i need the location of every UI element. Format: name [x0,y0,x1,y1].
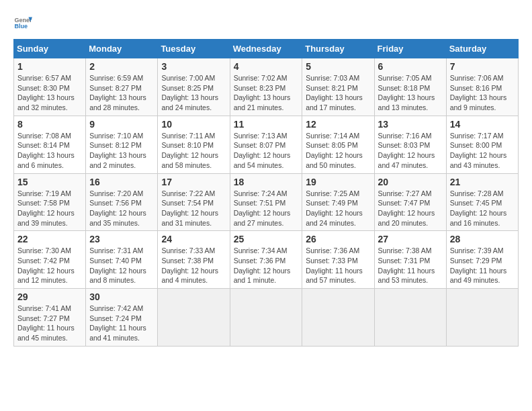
calendar-week-row: 29Sunrise: 7:41 AMSunset: 7:27 PMDayligh… [14,289,519,347]
day-info: Sunrise: 7:42 AMSunset: 7:24 PMDaylight:… [89,304,154,343]
day-info: Sunrise: 7:39 AMSunset: 7:29 PMDaylight:… [450,246,515,285]
day-info: Sunrise: 7:16 AMSunset: 8:03 PMDaylight:… [378,131,443,171]
calendar-week-row: 15Sunrise: 7:19 AMSunset: 7:58 PMDayligh… [14,173,519,231]
day-of-week-header: Monday [86,40,158,58]
calendar-day-cell [230,289,302,347]
day-number: 4 [234,61,299,72]
day-info: Sunrise: 7:20 AMSunset: 7:56 PMDaylight:… [89,189,154,228]
day-number: 27 [378,234,443,244]
calendar-day-cell: 18Sunrise: 7:24 AMSunset: 7:51 PMDayligh… [230,173,302,231]
day-number: 29 [17,291,82,302]
day-info: Sunrise: 7:02 AMSunset: 8:23 PMDaylight:… [234,73,299,113]
day-number: 2 [89,61,154,72]
calendar-day-cell [158,289,230,347]
day-number: 1 [17,61,82,72]
day-number: 30 [89,291,154,302]
calendar-day-cell: 3Sunrise: 7:00 AMSunset: 8:25 PMDaylight… [158,58,230,116]
day-info: Sunrise: 7:19 AMSunset: 7:58 PMDaylight:… [17,189,82,228]
calendar-day-cell: 19Sunrise: 7:25 AMSunset: 7:49 PMDayligh… [302,173,374,231]
day-of-week-header: Sunday [14,40,86,58]
day-info: Sunrise: 7:14 AMSunset: 8:05 PMDaylight:… [306,131,370,171]
calendar-day-cell: 22Sunrise: 7:30 AMSunset: 7:42 PMDayligh… [14,231,86,289]
calendar-day-cell: 11Sunrise: 7:13 AMSunset: 8:07 PMDayligh… [230,116,302,173]
day-number: 11 [234,119,299,130]
day-info: Sunrise: 6:59 AMSunset: 8:27 PMDaylight:… [89,73,154,113]
day-number: 13 [378,119,443,130]
calendar-day-cell: 2Sunrise: 6:59 AMSunset: 8:27 PMDaylight… [86,58,158,116]
calendar-day-cell: 17Sunrise: 7:22 AMSunset: 7:54 PMDayligh… [158,173,230,231]
calendar-day-cell: 12Sunrise: 7:14 AMSunset: 8:05 PMDayligh… [302,116,374,173]
day-info: Sunrise: 7:08 AMSunset: 8:14 PMDaylight:… [17,131,82,171]
day-info: Sunrise: 7:06 AMSunset: 8:16 PMDaylight:… [450,73,515,113]
day-number: 26 [306,234,370,244]
calendar-day-cell: 25Sunrise: 7:34 AMSunset: 7:36 PMDayligh… [230,231,302,289]
calendar-day-cell: 14Sunrise: 7:17 AMSunset: 8:00 PMDayligh… [446,116,518,173]
day-number: 10 [161,119,226,130]
calendar-day-cell: 20Sunrise: 7:27 AMSunset: 7:47 PMDayligh… [374,173,446,231]
day-number: 8 [17,119,82,130]
day-info: Sunrise: 7:05 AMSunset: 8:18 PMDaylight:… [378,73,443,113]
calendar-day-cell [302,289,374,347]
calendar-day-cell: 4Sunrise: 7:02 AMSunset: 8:23 PMDaylight… [230,58,302,116]
calendar-day-cell: 13Sunrise: 7:16 AMSunset: 8:03 PMDayligh… [374,116,446,173]
calendar-week-row: 8Sunrise: 7:08 AMSunset: 8:14 PMDaylight… [14,116,519,173]
day-number: 15 [17,177,82,187]
svg-text:Blue: Blue [14,23,28,30]
logo: General Blue [13,13,32,32]
calendar-day-cell: 1Sunrise: 6:57 AMSunset: 8:30 PMDaylight… [14,58,86,116]
logo-icon: General Blue [13,13,32,32]
day-info: Sunrise: 7:41 AMSunset: 7:27 PMDaylight:… [17,304,82,343]
calendar-day-cell: 29Sunrise: 7:41 AMSunset: 7:27 PMDayligh… [14,289,86,347]
day-number: 12 [306,119,370,130]
calendar-day-cell: 21Sunrise: 7:28 AMSunset: 7:45 PMDayligh… [446,173,518,231]
day-info: Sunrise: 7:30 AMSunset: 7:42 PMDaylight:… [17,246,82,285]
calendar-day-cell: 24Sunrise: 7:33 AMSunset: 7:38 PMDayligh… [158,231,230,289]
day-info: Sunrise: 7:33 AMSunset: 7:38 PMDaylight:… [161,246,226,285]
day-info: Sunrise: 7:17 AMSunset: 8:00 PMDaylight:… [450,131,515,171]
day-info: Sunrise: 7:00 AMSunset: 8:25 PMDaylight:… [161,73,226,113]
calendar-day-cell: 15Sunrise: 7:19 AMSunset: 7:58 PMDayligh… [14,173,86,231]
day-info: Sunrise: 7:25 AMSunset: 7:49 PMDaylight:… [306,189,370,228]
day-info: Sunrise: 7:24 AMSunset: 7:51 PMDaylight:… [234,189,299,228]
day-number: 17 [161,177,226,187]
day-info: Sunrise: 7:11 AMSunset: 8:10 PMDaylight:… [161,131,226,171]
day-info: Sunrise: 7:03 AMSunset: 8:21 PMDaylight:… [306,73,370,113]
day-info: Sunrise: 7:34 AMSunset: 7:36 PMDaylight:… [234,246,299,285]
calendar-day-cell: 6Sunrise: 7:05 AMSunset: 8:18 PMDaylight… [374,58,446,116]
day-number: 23 [89,234,154,244]
day-info: Sunrise: 7:28 AMSunset: 7:45 PMDaylight:… [450,189,515,228]
day-number: 28 [450,234,515,244]
day-number: 18 [234,177,299,187]
day-of-week-header: Saturday [446,40,518,58]
calendar-day-cell: 8Sunrise: 7:08 AMSunset: 8:14 PMDaylight… [14,116,86,173]
day-info: Sunrise: 6:57 AMSunset: 8:30 PMDaylight:… [17,73,82,113]
day-number: 5 [306,61,370,72]
day-number: 14 [450,119,515,130]
calendar-day-cell: 27Sunrise: 7:38 AMSunset: 7:31 PMDayligh… [374,231,446,289]
calendar-day-cell: 28Sunrise: 7:39 AMSunset: 7:29 PMDayligh… [446,231,518,289]
day-number: 3 [161,61,226,72]
day-info: Sunrise: 7:13 AMSunset: 8:07 PMDaylight:… [234,131,299,171]
calendar-day-cell [374,289,446,347]
day-info: Sunrise: 7:31 AMSunset: 7:40 PMDaylight:… [89,246,154,285]
day-of-week-header: Wednesday [230,40,302,58]
calendar-day-cell: 16Sunrise: 7:20 AMSunset: 7:56 PMDayligh… [86,173,158,231]
day-number: 19 [306,177,370,187]
day-info: Sunrise: 7:38 AMSunset: 7:31 PMDaylight:… [378,246,443,285]
day-number: 9 [89,119,154,130]
day-number: 25 [234,234,299,244]
calendar-week-row: 1Sunrise: 6:57 AMSunset: 8:30 PMDaylight… [14,58,519,116]
day-of-week-header: Thursday [302,40,374,58]
day-number: 7 [450,61,515,72]
day-info: Sunrise: 7:36 AMSunset: 7:33 PMDaylight:… [306,246,370,285]
day-number: 22 [17,234,82,244]
calendar-day-cell: 23Sunrise: 7:31 AMSunset: 7:40 PMDayligh… [86,231,158,289]
calendar-day-cell: 26Sunrise: 7:36 AMSunset: 7:33 PMDayligh… [302,231,374,289]
day-number: 24 [161,234,226,244]
calendar-day-cell [446,289,518,347]
day-number: 16 [89,177,154,187]
day-of-week-header: Tuesday [158,40,230,58]
calendar-day-cell: 10Sunrise: 7:11 AMSunset: 8:10 PMDayligh… [158,116,230,173]
page-header: General Blue [13,13,519,32]
day-of-week-header: Friday [374,40,446,58]
